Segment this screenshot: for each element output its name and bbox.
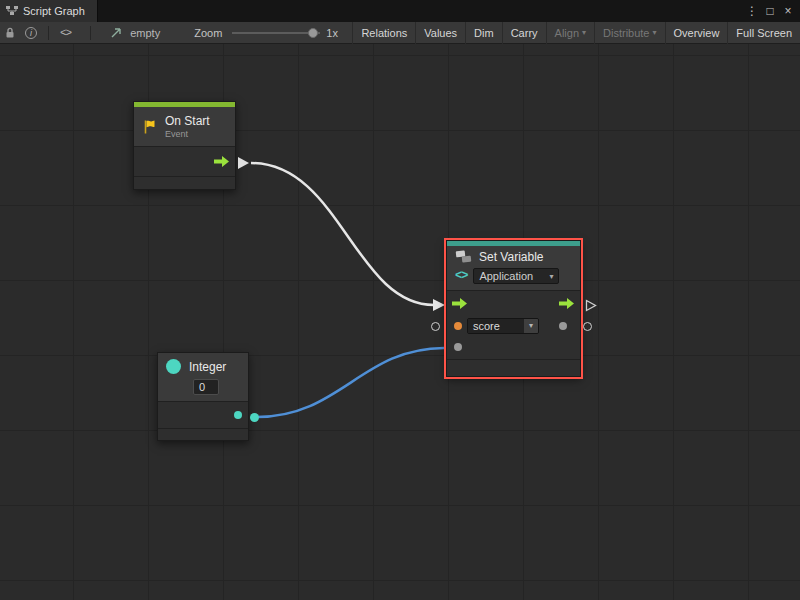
chevron-down-icon: ▾: [653, 28, 657, 37]
input-connect-circle[interactable]: [431, 322, 440, 331]
align-button: Align ▾: [546, 22, 594, 44]
node-title: On Start: [165, 114, 210, 128]
output-connect-circle[interactable]: [583, 322, 592, 331]
control-input-port[interactable]: [452, 298, 467, 309]
relations-button[interactable]: Relations: [352, 22, 415, 44]
script-graph-window: Script Graph ⋮ □ × i <> empty Zoom: [0, 0, 800, 600]
integer-header: Integer 0: [158, 353, 248, 402]
code-toggle-icon[interactable]: <>: [55, 22, 76, 44]
tab-script-graph[interactable]: Script Graph: [0, 0, 98, 22]
graph-icon: [6, 6, 18, 16]
graph-canvas[interactable]: [0, 44, 800, 600]
node-on-start[interactable]: On Start Event: [133, 101, 236, 190]
chevron-down-icon: ▾: [549, 272, 553, 281]
chevron-down-icon[interactable]: ▾: [524, 319, 538, 333]
distribute-button: Distribute ▾: [594, 22, 664, 44]
on-start-footer: [134, 176, 235, 189]
connection-start-dot[interactable]: [250, 413, 259, 422]
zoom-label: Zoom: [194, 27, 222, 39]
window-menu-icon[interactable]: ⋮: [744, 2, 760, 20]
node-integer[interactable]: Integer 0: [157, 352, 249, 441]
connection-start-triangle[interactable]: [238, 157, 249, 169]
tab-title: Script Graph: [23, 5, 85, 17]
on-start-port-row: [134, 147, 235, 176]
window-controls: ⋮ □ ×: [744, 2, 800, 20]
node-subtitle: Event: [165, 129, 210, 139]
flag-icon: [142, 119, 158, 135]
set-variable-footer: [447, 359, 580, 375]
toolbar-buttons: Relations Values Dim Carry Align ▾ Distr…: [352, 22, 800, 44]
output-connect-triangle[interactable]: [585, 299, 597, 312]
integer-port-row: [158, 402, 248, 428]
chevron-down-icon: ▾: [582, 28, 586, 37]
info-icon[interactable]: i: [20, 22, 42, 44]
value-output-port[interactable]: [559, 322, 567, 330]
zoom-slider-knob[interactable]: [308, 28, 318, 38]
graph-toolbar: i <> empty Zoom 1x Relations Values Dim: [0, 22, 800, 44]
code-icon: <>: [455, 269, 467, 283]
control-output-port[interactable]: [559, 298, 574, 309]
node-set-variable[interactable]: Set Variable <> Application ▾ score: [446, 240, 581, 377]
toolbar-separator: [48, 26, 49, 40]
node-title: Integer: [189, 360, 226, 374]
selection-arrow-icon: [105, 22, 127, 44]
variable-name-port[interactable]: [454, 322, 462, 330]
toolbar-separator: [90, 26, 91, 40]
set-variable-control-row: [447, 291, 580, 315]
node-title: Set Variable: [479, 250, 543, 264]
selection-status-label: empty: [130, 27, 160, 39]
zoom-value: 1x: [326, 27, 338, 39]
on-start-header: On Start Event: [134, 107, 235, 147]
close-icon[interactable]: ×: [780, 2, 796, 20]
values-button[interactable]: Values: [415, 22, 465, 44]
value-input-port[interactable]: [454, 343, 462, 351]
integer-output-port[interactable]: [234, 411, 242, 419]
title-bar: Script Graph ⋮ □ ×: [0, 0, 800, 22]
dim-button[interactable]: Dim: [465, 22, 502, 44]
zoom-slider-track: [232, 32, 320, 34]
zoom-slider[interactable]: [232, 26, 320, 40]
full-screen-button[interactable]: Full Screen: [727, 22, 800, 44]
set-variable-value-row: [447, 337, 580, 359]
integer-value-field[interactable]: 0: [193, 379, 219, 395]
lock-icon[interactable]: [0, 22, 20, 44]
variable-scope-dropdown[interactable]: Application ▾: [473, 268, 559, 284]
variable-name-field[interactable]: score ▾: [467, 318, 539, 334]
variables-icon: [455, 250, 473, 264]
set-variable-header: Set Variable <> Application ▾: [447, 246, 580, 291]
carry-button[interactable]: Carry: [502, 22, 546, 44]
integer-type-icon: [166, 359, 181, 374]
integer-footer: [158, 428, 248, 441]
maximize-icon[interactable]: □: [762, 2, 778, 20]
overview-button[interactable]: Overview: [665, 22, 728, 44]
control-output-port[interactable]: [214, 156, 229, 167]
set-variable-name-row: score ▾: [447, 315, 580, 337]
